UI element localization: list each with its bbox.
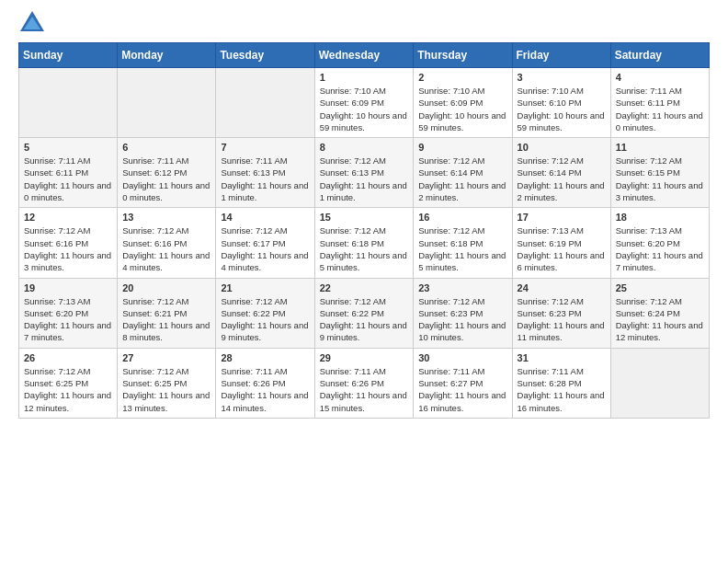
page-header: [18, 9, 710, 37]
day-number: 14: [221, 212, 309, 223]
cell-content: Sunrise: 7:11 AMSunset: 6:11 PMDaylight:…: [24, 155, 112, 203]
calendar-cell: 21Sunrise: 7:12 AMSunset: 6:22 PMDayligh…: [216, 278, 314, 348]
cell-content: Sunrise: 7:12 AMSunset: 6:23 PMDaylight:…: [518, 295, 606, 344]
cell-content: Sunrise: 7:11 AMSunset: 6:13 PMDaylight:…: [221, 155, 309, 203]
day-number: 15: [320, 212, 409, 223]
cell-content: Sunrise: 7:13 AMSunset: 6:20 PMDaylight:…: [24, 295, 112, 344]
calendar-cell: 11Sunrise: 7:12 AMSunset: 6:15 PMDayligh…: [610, 138, 709, 208]
calendar-cell: 9Sunrise: 7:12 AMSunset: 6:14 PMDaylight…: [414, 138, 512, 208]
calendar-cell: 27Sunrise: 7:12 AMSunset: 6:25 PMDayligh…: [118, 348, 216, 418]
calendar-cell: 12Sunrise: 7:12 AMSunset: 6:16 PMDayligh…: [19, 208, 118, 278]
calendar-cell: 6Sunrise: 7:11 AMSunset: 6:12 PMDaylight…: [118, 138, 216, 208]
day-number: 29: [320, 352, 409, 363]
cell-content: Sunrise: 7:12 AMSunset: 6:16 PMDaylight:…: [122, 224, 210, 273]
calendar-header-monday: Monday: [118, 43, 216, 68]
cell-content: Sunrise: 7:12 AMSunset: 6:25 PMDaylight:…: [122, 365, 210, 414]
day-number: 2: [418, 72, 506, 83]
cell-content: Sunrise: 7:12 AMSunset: 6:17 PMDaylight:…: [221, 224, 309, 273]
cell-content: Sunrise: 7:13 AMSunset: 6:19 PMDaylight:…: [518, 224, 606, 273]
cell-content: Sunrise: 7:12 AMSunset: 6:18 PMDaylight:…: [320, 224, 409, 273]
day-number: 5: [24, 142, 112, 153]
calendar-week-5: 26Sunrise: 7:12 AMSunset: 6:25 PMDayligh…: [19, 348, 710, 418]
day-number: 16: [418, 212, 506, 223]
calendar-cell: 20Sunrise: 7:12 AMSunset: 6:21 PMDayligh…: [118, 278, 216, 348]
calendar-week-3: 12Sunrise: 7:12 AMSunset: 6:16 PMDayligh…: [19, 208, 710, 278]
day-number: 27: [122, 352, 210, 363]
calendar-cell: 26Sunrise: 7:12 AMSunset: 6:25 PMDayligh…: [19, 348, 118, 418]
calendar-week-2: 5Sunrise: 7:11 AMSunset: 6:11 PMDaylight…: [19, 138, 710, 208]
logo-icon: [18, 9, 46, 37]
logo: [18, 9, 50, 37]
calendar-cell: 19Sunrise: 7:13 AMSunset: 6:20 PMDayligh…: [19, 278, 118, 348]
day-number: 30: [418, 352, 506, 363]
day-number: 31: [518, 352, 606, 363]
calendar-cell: 3Sunrise: 7:10 AMSunset: 6:10 PMDaylight…: [512, 68, 610, 138]
cell-content: Sunrise: 7:12 AMSunset: 6:24 PMDaylight:…: [616, 295, 704, 344]
cell-content: Sunrise: 7:12 AMSunset: 6:23 PMDaylight:…: [418, 295, 506, 344]
cell-content: Sunrise: 7:11 AMSunset: 6:26 PMDaylight:…: [221, 365, 309, 414]
calendar-cell: 10Sunrise: 7:12 AMSunset: 6:14 PMDayligh…: [512, 138, 610, 208]
calendar-cell: 7Sunrise: 7:11 AMSunset: 6:13 PMDaylight…: [216, 138, 314, 208]
day-number: 19: [24, 282, 112, 293]
cell-content: Sunrise: 7:11 AMSunset: 6:11 PMDaylight:…: [616, 85, 704, 133]
cell-content: Sunrise: 7:12 AMSunset: 6:16 PMDaylight:…: [24, 224, 112, 273]
calendar-cell: 16Sunrise: 7:12 AMSunset: 6:18 PMDayligh…: [414, 208, 512, 278]
day-number: 22: [320, 282, 409, 293]
calendar-cell: 25Sunrise: 7:12 AMSunset: 6:24 PMDayligh…: [610, 278, 709, 348]
calendar-cell: 4Sunrise: 7:11 AMSunset: 6:11 PMDaylight…: [610, 68, 709, 138]
cell-content: Sunrise: 7:12 AMSunset: 6:25 PMDaylight:…: [24, 365, 112, 414]
cell-content: Sunrise: 7:11 AMSunset: 6:26 PMDaylight:…: [320, 365, 409, 414]
calendar-cell: 28Sunrise: 7:11 AMSunset: 6:26 PMDayligh…: [216, 348, 314, 418]
cell-content: Sunrise: 7:10 AMSunset: 6:10 PMDaylight:…: [518, 85, 606, 133]
calendar-cell: [19, 68, 118, 138]
calendar-table: SundayMondayTuesdayWednesdayThursdayFrid…: [18, 42, 710, 419]
calendar-cell: 15Sunrise: 7:12 AMSunset: 6:18 PMDayligh…: [314, 208, 414, 278]
cell-content: Sunrise: 7:10 AMSunset: 6:09 PMDaylight:…: [320, 85, 409, 133]
calendar-cell: 29Sunrise: 7:11 AMSunset: 6:26 PMDayligh…: [314, 348, 414, 418]
calendar-week-4: 19Sunrise: 7:13 AMSunset: 6:20 PMDayligh…: [19, 278, 710, 348]
calendar-cell: 24Sunrise: 7:12 AMSunset: 6:23 PMDayligh…: [512, 278, 610, 348]
day-number: 17: [518, 212, 606, 223]
day-number: 23: [418, 282, 506, 293]
calendar-cell: 1Sunrise: 7:10 AMSunset: 6:09 PMDaylight…: [314, 68, 414, 138]
calendar-header-thursday: Thursday: [414, 43, 512, 68]
day-number: 25: [616, 282, 704, 293]
calendar-cell: 22Sunrise: 7:12 AMSunset: 6:22 PMDayligh…: [314, 278, 414, 348]
calendar-cell: 31Sunrise: 7:11 AMSunset: 6:28 PMDayligh…: [512, 348, 610, 418]
cell-content: Sunrise: 7:11 AMSunset: 6:12 PMDaylight:…: [122, 155, 210, 203]
cell-content: Sunrise: 7:12 AMSunset: 6:13 PMDaylight:…: [320, 155, 409, 203]
day-number: 11: [616, 142, 704, 153]
day-number: 1: [320, 72, 409, 83]
calendar-header-sunday: Sunday: [19, 43, 118, 68]
day-number: 7: [221, 142, 309, 153]
cell-content: Sunrise: 7:12 AMSunset: 6:22 PMDaylight:…: [320, 295, 409, 344]
calendar-header-tuesday: Tuesday: [216, 43, 314, 68]
day-number: 10: [518, 142, 606, 153]
calendar-cell: 18Sunrise: 7:13 AMSunset: 6:20 PMDayligh…: [610, 208, 709, 278]
calendar-cell: 17Sunrise: 7:13 AMSunset: 6:19 PMDayligh…: [512, 208, 610, 278]
day-number: 28: [221, 352, 309, 363]
cell-content: Sunrise: 7:12 AMSunset: 6:14 PMDaylight:…: [418, 155, 506, 203]
calendar-header-row: SundayMondayTuesdayWednesdayThursdayFrid…: [19, 43, 710, 68]
day-number: 9: [418, 142, 506, 153]
cell-content: Sunrise: 7:13 AMSunset: 6:20 PMDaylight:…: [616, 224, 704, 273]
day-number: 4: [616, 72, 704, 83]
calendar-header-friday: Friday: [512, 43, 610, 68]
calendar-cell: 23Sunrise: 7:12 AMSunset: 6:23 PMDayligh…: [414, 278, 512, 348]
calendar-cell: 2Sunrise: 7:10 AMSunset: 6:09 PMDaylight…: [414, 68, 512, 138]
day-number: 8: [320, 142, 409, 153]
cell-content: Sunrise: 7:11 AMSunset: 6:27 PMDaylight:…: [418, 365, 506, 414]
cell-content: Sunrise: 7:12 AMSunset: 6:15 PMDaylight:…: [616, 155, 704, 203]
cell-content: Sunrise: 7:12 AMSunset: 6:18 PMDaylight:…: [418, 224, 506, 273]
day-number: 13: [122, 212, 210, 223]
calendar-week-1: 1Sunrise: 7:10 AMSunset: 6:09 PMDaylight…: [19, 68, 710, 138]
calendar-cell: 13Sunrise: 7:12 AMSunset: 6:16 PMDayligh…: [118, 208, 216, 278]
cell-content: Sunrise: 7:12 AMSunset: 6:22 PMDaylight:…: [221, 295, 309, 344]
cell-content: Sunrise: 7:11 AMSunset: 6:28 PMDaylight:…: [518, 365, 606, 414]
day-number: 3: [518, 72, 606, 83]
day-number: 6: [122, 142, 210, 153]
calendar-cell: 30Sunrise: 7:11 AMSunset: 6:27 PMDayligh…: [414, 348, 512, 418]
day-number: 26: [24, 352, 112, 363]
calendar-cell: [216, 68, 314, 138]
calendar-cell: 14Sunrise: 7:12 AMSunset: 6:17 PMDayligh…: [216, 208, 314, 278]
